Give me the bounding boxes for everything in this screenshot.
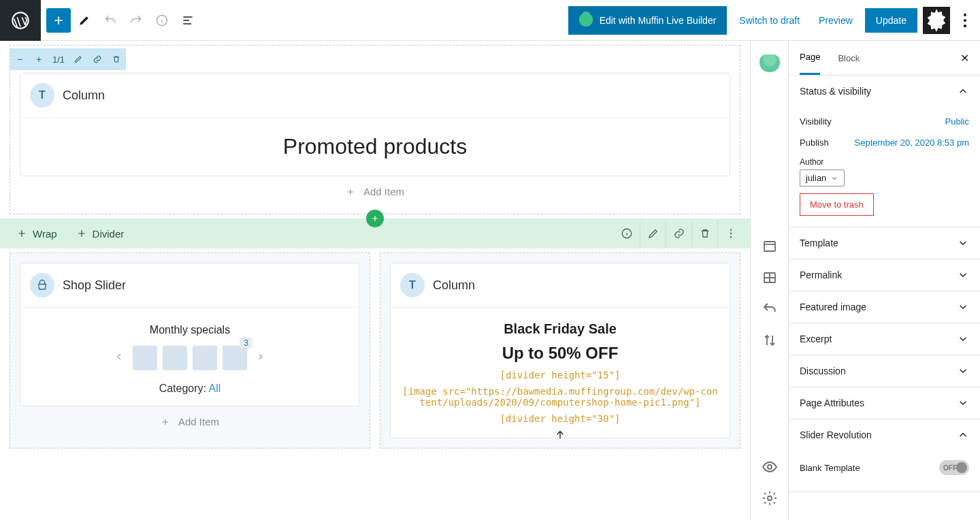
insert-section-button[interactable] (366, 210, 384, 227)
slide-thumb (133, 346, 157, 370)
add-item-button[interactable]: Add Item (20, 406, 360, 437)
category-value[interactable]: All (209, 383, 221, 394)
undo-button[interactable] (98, 8, 122, 33)
panel-discussion[interactable]: Discussion (789, 355, 980, 387)
col-delete-button[interactable] (107, 48, 126, 70)
publish-value[interactable]: September 20, 2020 8:53 pm (855, 137, 969, 148)
col-grow-button[interactable]: + (29, 48, 48, 70)
muffin-builder-button[interactable]: Edit with Muffin Live Builder (568, 6, 728, 35)
shop-subtitle: Monthly specials (31, 319, 348, 340)
builder-rail (750, 41, 788, 520)
block-inserter-button[interactable] (46, 8, 71, 33)
info-button[interactable] (150, 8, 174, 33)
svg-point-3 (964, 13, 966, 16)
author-value: julian (806, 173, 826, 183)
col-link-button[interactable] (88, 48, 107, 70)
panel-status-visibility[interactable]: Status & visibility (789, 76, 980, 107)
author-label: Author (800, 157, 969, 169)
slide-thumb (193, 346, 217, 370)
panel-title: Permalink (800, 270, 842, 280)
muffin-rail-icon[interactable] (760, 54, 780, 72)
rail-layout-button[interactable] (762, 238, 778, 255)
bf-subheading: Up to 50% OFF (402, 340, 719, 367)
rail-columns-button[interactable] (762, 270, 778, 286)
panel-title: Slider Revolution (800, 429, 872, 440)
panel-template[interactable]: Template (789, 227, 980, 259)
preview-button[interactable]: Preview (812, 10, 860, 31)
switch-to-draft-button[interactable]: Switch to draft (732, 10, 806, 31)
slider-prev-button[interactable] (111, 348, 127, 368)
rail-preview-button[interactable] (762, 459, 778, 475)
svg-point-9 (730, 236, 731, 238)
column-label: Column (433, 278, 475, 293)
panel-excerpt[interactable]: Excerpt (789, 323, 980, 355)
col-size-indicator: 1/1 (48, 54, 69, 65)
chevron-down-icon (830, 174, 838, 182)
section-edit-button[interactable] (640, 221, 666, 246)
panel-featured-image[interactable]: Featured image (789, 291, 980, 323)
shop-slider-block[interactable]: Shop Slider Monthly specials 3 (20, 263, 360, 406)
rail-sort-button[interactable] (762, 332, 778, 348)
chevron-down-icon (957, 237, 969, 249)
chevron-down-icon (957, 333, 969, 345)
plus-icon (16, 228, 27, 239)
col-edit-button[interactable] (69, 48, 88, 70)
scroll-top-button[interactable] (554, 429, 566, 444)
wrap-label: Wrap (33, 228, 57, 240)
wp-icon (11, 11, 30, 30)
column-block[interactable]: T Column Promoted products (20, 73, 730, 176)
chevron-down-icon (957, 269, 969, 281)
shortcode-text: [image src="https://bawmedia.muffingroup… (402, 383, 719, 410)
section-delete-button[interactable] (691, 221, 717, 246)
rail-settings-button[interactable] (762, 490, 778, 506)
col-shrink-button[interactable]: − (10, 48, 29, 70)
add-item-button[interactable]: Add Item (20, 176, 730, 207)
section-promoted: − + 1/1 T Column Promoted products (10, 45, 740, 214)
blank-template-label: Blank Template (800, 463, 860, 473)
publish-label: Publish (800, 137, 829, 148)
slider-next-button[interactable] (252, 348, 269, 368)
settings-button[interactable] (923, 7, 950, 34)
add-item-label: Add Item (363, 186, 404, 197)
panel-page-attributes[interactable]: Page Attributes (789, 387, 980, 419)
move-to-trash-button[interactable]: Move to trash (800, 193, 874, 216)
panel-title: Template (800, 238, 838, 248)
rail-undo-button[interactable] (762, 301, 778, 317)
svg-point-7 (730, 229, 731, 231)
close-sidebar-button[interactable]: ✕ (960, 52, 969, 65)
topbar: Edit with Muffin Live Builder Switch to … (0, 0, 980, 41)
svg-point-5 (964, 25, 966, 27)
outline-button[interactable] (176, 8, 200, 33)
plus-icon (161, 417, 170, 427)
plus-icon (76, 228, 87, 239)
tab-page[interactable]: Page (800, 41, 820, 75)
edit-mode-button[interactable] (72, 8, 97, 33)
panel-permalink[interactable]: Permalink (789, 259, 980, 291)
category-label: Category: (159, 383, 206, 394)
chevron-up-icon (957, 85, 969, 97)
promoted-heading: Promoted products (37, 134, 713, 159)
divider-label: Divider (93, 228, 125, 240)
section-duplicate-button[interactable] (666, 221, 691, 246)
plus-icon (346, 187, 355, 197)
blank-template-toggle[interactable]: OFF (939, 460, 969, 475)
column-block[interactable]: T Column Black Friday Sale Up to 50% OFF… (390, 263, 730, 438)
tab-block[interactable]: Block (838, 42, 860, 74)
author-select[interactable]: julian (800, 169, 845, 186)
wrap-button[interactable]: Wrap (7, 224, 67, 244)
muffin-builder-label: Edit with Muffin Live Builder (600, 15, 717, 26)
settings-sidebar: Page Block ✕ Status & visibility Visibil… (788, 41, 980, 520)
section-more-button[interactable] (717, 221, 743, 246)
slide-thumb: 3 (223, 346, 247, 370)
wrap-shop-slider: Shop Slider Monthly specials 3 (10, 253, 370, 449)
update-button[interactable]: Update (865, 8, 917, 33)
svg-rect-10 (764, 242, 775, 251)
panel-slider-revolution[interactable]: Slider Revolution (789, 419, 980, 451)
visibility-value[interactable]: Public (945, 116, 969, 127)
wordpress-logo[interactable] (0, 0, 41, 41)
redo-button[interactable] (124, 8, 148, 33)
section-info-button[interactable] (614, 221, 640, 246)
panel-title: Page Attributes (800, 397, 864, 408)
divider-button[interactable]: Divider (67, 224, 134, 244)
more-options-button[interactable] (956, 7, 975, 34)
